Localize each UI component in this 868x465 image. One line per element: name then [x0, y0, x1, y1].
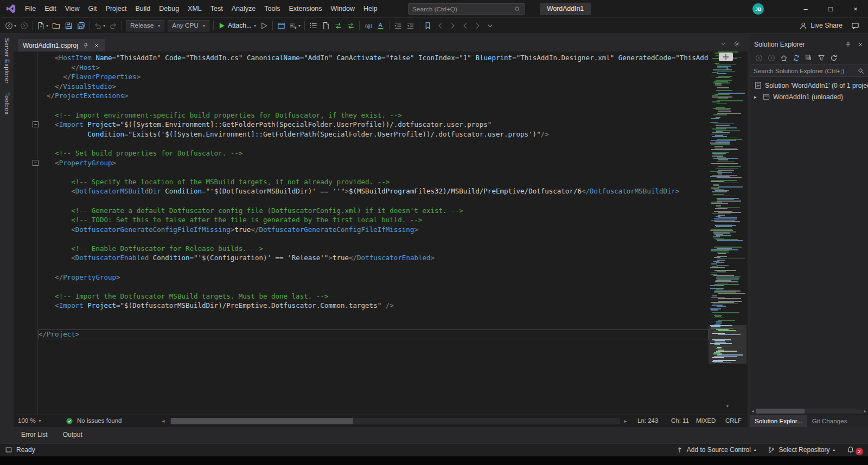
solution-platforms-dropdown[interactable]: Any CPU▾ [168, 20, 209, 31]
menu-item-test[interactable]: Test [206, 0, 227, 18]
code-line[interactable]: <DotfuscatorEnabled Condition="'$(Config… [39, 253, 709, 263]
sync-with-active-document-icon[interactable] [793, 54, 800, 62]
code-line[interactable] [39, 196, 709, 206]
tree-item[interactable]: Solution 'WordAddIn1' (0 of 1 project) [750, 80, 868, 91]
document-list-icon[interactable] [720, 41, 726, 47]
next-bookmark-button[interactable] [446, 19, 459, 32]
code-line[interactable]: <!-- Set build properties for Dotfuscato… [39, 148, 709, 158]
code-editor[interactable]: <HostItem Name="ThisAddIn" Code="ThisAdd… [39, 53, 709, 339]
pin-panel-icon[interactable] [845, 41, 851, 48]
uncomment-selection-button[interactable] [344, 19, 357, 32]
horizontal-scrollbar-thumb[interactable] [171, 418, 353, 424]
attach-button[interactable]: Attach...▾ [216, 19, 258, 32]
scrollbar-thumb[interactable] [756, 409, 805, 414]
increase-indent-button[interactable] [404, 19, 417, 32]
zoom-control[interactable]: 100 % ▾ [18, 417, 41, 424]
navigate-forward-button[interactable] [18, 19, 30, 32]
menu-item-extensions[interactable]: Extensions [284, 0, 326, 18]
scroll-up-arrow[interactable]: ▲ [709, 66, 746, 70]
code-line[interactable]: <!-- Import environment-specific build p… [39, 111, 709, 120]
code-line[interactable]: <Import Project="$([System.Environment]:… [39, 120, 709, 130]
decrease-indent-button[interactable] [392, 19, 404, 32]
solution-search-box[interactable]: Search Solution Explorer (Ctrl+;) [750, 64, 868, 77]
designer-view-button[interactable] [275, 19, 288, 32]
scroll-right-arrow[interactable]: ► [863, 409, 867, 413]
undo-button[interactable]: ▾ [92, 19, 107, 32]
solution-explorer-scrollbar[interactable]: ◄ ► [750, 408, 868, 414]
editor-options-icon[interactable] [733, 41, 740, 47]
insert-snippet-button[interactable]: {@} [362, 19, 374, 32]
menu-item-view[interactable]: View [61, 0, 84, 18]
menu-item-build[interactable]: Build [131, 0, 155, 18]
close-tab-icon[interactable] [93, 42, 100, 49]
code-line[interactable]: <Import Project="$(DotfuscatorMSBuildDir… [39, 301, 709, 311]
minimap[interactable] [709, 51, 746, 415]
code-line[interactable]: <HostItem Name="ThisAddIn" Code="ThisAdd… [39, 53, 709, 63]
menu-item-tools[interactable]: Tools [260, 0, 284, 18]
code-line[interactable]: <!-- TODO: Set this to false after the f… [39, 215, 709, 225]
code-line[interactable]: <DotfuscatorMSBuildDir Condition="'$(Dot… [39, 186, 709, 196]
maximize-button[interactable]: □ [818, 0, 843, 18]
quick-search-box[interactable]: Search (Ctrl+Q) [408, 3, 525, 15]
code-line[interactable]: <!-- Import the Dotfuscator MSBuild targ… [39, 292, 709, 301]
minimize-button[interactable]: – [793, 0, 818, 18]
menu-item-project[interactable]: Project [101, 0, 131, 18]
add-to-source-control-button[interactable]: Add to Source Control ▴ [676, 446, 756, 454]
display-items-button[interactable] [307, 19, 320, 32]
redo-button[interactable] [107, 19, 119, 32]
horizontal-scrollbar[interactable] [170, 418, 620, 424]
open-file-button[interactable] [50, 19, 62, 32]
menu-item-git[interactable]: Git [84, 0, 101, 18]
code-line[interactable]: </PropertyGroup> [39, 273, 709, 282]
refresh-icon[interactable] [830, 54, 838, 62]
toolbox-tab[interactable]: Toolbox [4, 92, 10, 115]
output-tab[interactable]: Output [58, 429, 87, 440]
close-panel-icon[interactable] [857, 41, 864, 48]
start-without-debugging-button[interactable] [258, 19, 270, 32]
code-line[interactable]: <!-- Enable Dotfuscator for Release buil… [39, 244, 709, 254]
error-list-tab[interactable]: Error List [16, 429, 53, 440]
split-window-handle[interactable] [719, 53, 733, 61]
code-line[interactable]: <!-- Generate a default Dotfuscator conf… [39, 206, 709, 216]
code-line[interactable]: </FlavorProperties> [39, 72, 709, 82]
navigate-backward-button[interactable]: ▾ [3, 19, 18, 32]
code-line[interactable] [39, 311, 709, 320]
menu-item-window[interactable]: Window [327, 0, 359, 18]
code-line[interactable]: <!-- Specify the location of the MSBuild… [39, 177, 709, 187]
scroll-right-arrow[interactable]: ► [623, 419, 628, 424]
save-button[interactable] [62, 19, 75, 32]
back-icon[interactable] [755, 54, 763, 62]
code-line[interactable] [39, 167, 709, 177]
code-line[interactable] [39, 263, 709, 273]
minimap-viewport[interactable] [709, 325, 746, 364]
solution-configurations-dropdown[interactable]: Release▾ [126, 20, 164, 31]
code-line[interactable]: </Host> [39, 63, 709, 73]
scroll-left-arrow[interactable]: ◄ [161, 419, 165, 424]
format-document-button[interactable]: A [374, 19, 387, 32]
solution-explorer-bottom-tab[interactable]: Solution Explor... [750, 415, 807, 427]
live-share-button[interactable]: Live Share [799, 22, 843, 30]
toolbar-options-button[interactable] [484, 19, 496, 32]
tree-item[interactable]: ▸WordAddIn1 (unloaded) [750, 91, 868, 102]
fold-marker[interactable]: − [33, 121, 39, 127]
expander-icon[interactable]: ▸ [754, 94, 760, 100]
menu-item-debug[interactable]: Debug [155, 0, 183, 18]
code-line[interactable] [39, 282, 709, 292]
code-line[interactable]: <PropertyGroup> [39, 158, 709, 168]
code-line[interactable] [39, 139, 709, 148]
notifications-button[interactable]: 2 [847, 444, 863, 455]
code-line[interactable]: </ProjectExtensions> [39, 91, 709, 101]
line-ending-indicator[interactable]: CRLF [725, 417, 742, 424]
encoding-indicator[interactable]: MIXED [696, 417, 716, 424]
comment-selection-button[interactable] [332, 19, 344, 32]
code-line[interactable]: </Project> [39, 330, 709, 339]
scroll-left-arrow[interactable]: ◄ [751, 409, 755, 413]
home-icon[interactable] [780, 54, 788, 62]
menu-item-analyze[interactable]: Analyze [227, 0, 260, 18]
code-line[interactable] [39, 320, 709, 330]
select-repository-button[interactable]: Select Repository ▴ [768, 446, 835, 454]
menu-item-edit[interactable]: Edit [40, 0, 61, 18]
git-changes-tab[interactable]: Git Changes [807, 415, 852, 427]
pin-icon[interactable] [82, 42, 89, 49]
menu-item-file[interactable]: File [21, 0, 40, 18]
